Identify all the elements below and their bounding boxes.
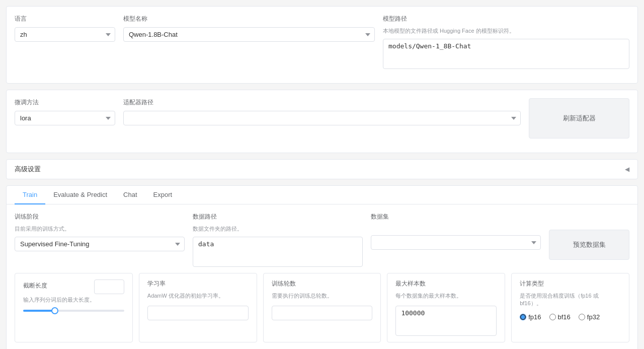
model-name-section: 模型名称 Qwen-1.8B-Chat Qwen-7B-Chat xyxy=(123,15,375,69)
data-path-section: 数据路径 数据文件夹的路径。 data xyxy=(193,213,363,267)
adapter-path-select[interactable] xyxy=(123,111,521,125)
compute-type-bf16[interactable]: bf16 xyxy=(549,313,571,321)
finetune-method-section: 微调方法 lora full xyxy=(15,98,115,125)
training-stage-hint: 目前采用的训练方式。 xyxy=(15,225,185,233)
data-path-label: 数据路径 xyxy=(193,213,363,221)
tab-evaluate-predict[interactable]: Evaluate & Predict xyxy=(45,186,115,204)
language-label: 语言 xyxy=(15,15,115,23)
compute-type-hint: 是否使用混合精度训练（fp16 或 bf16）。 xyxy=(520,292,621,307)
finetune-method-select[interactable]: lora full xyxy=(15,111,115,125)
model-name-select[interactable]: Qwen-1.8B-Chat Qwen-7B-Chat xyxy=(123,27,375,42)
cutoff-length-hint: 输入序列分词后的最大长度。 xyxy=(23,296,124,304)
compute-type-section: 计算类型 是否使用混合精度训练（fp16 或 bf16）。 fp16 bf16 … xyxy=(511,273,629,342)
compute-type-radio-group: fp16 bf16 fp32 xyxy=(520,313,621,321)
model-name-label: 模型名称 xyxy=(123,15,375,23)
max-samples-label: 最大样本数 xyxy=(395,280,497,288)
num-train-epochs-input[interactable]: 3.0 xyxy=(272,306,373,320)
dataset-label: 数据集 xyxy=(371,213,541,221)
learning-rate-input[interactable]: 5e-5 xyxy=(147,306,249,320)
training-stage-section: 训练阶段 目前采用的训练方式。 Supervised Fine-Tuning P… xyxy=(15,213,185,267)
tabs-container: Train Evaluate & Predict Chat Export 训练阶… xyxy=(6,185,638,349)
advanced-settings-header[interactable]: 高级设置 ◀ xyxy=(6,159,638,179)
training-stage-select[interactable]: Supervised Fine-Tuning Pre-Training RLHF xyxy=(15,237,185,251)
finetune-method-label: 微调方法 xyxy=(15,98,115,107)
compute-type-label: 计算类型 xyxy=(520,280,621,288)
learning-rate-label: 学习率 xyxy=(147,280,249,288)
cutoff-length-section: 截断长度 1024 输入序列分词后的最大长度。 xyxy=(15,273,133,342)
params-row-1: 截断长度 1024 输入序列分词后的最大长度。 学习率 AdamW 优化器的初始… xyxy=(15,273,629,348)
train-top-row: 训练阶段 目前采用的训练方式。 Supervised Fine-Tuning P… xyxy=(15,213,629,267)
tabs-content: 训练阶段 目前采用的训练方式。 Supervised Fine-Tuning P… xyxy=(7,204,637,349)
model-path-hint: 本地模型的文件路径或 Hugging Face 的模型标识符。 xyxy=(383,27,629,35)
dataset-section: 数据集 xyxy=(371,213,541,267)
training-stage-label: 训练阶段 xyxy=(15,213,185,221)
max-samples-input[interactable]: 100000 xyxy=(395,306,497,336)
adapter-path-label: 适配器路径 xyxy=(123,98,521,107)
learning-rate-section: 学习率 AdamW 优化器的初始学习率。 5e-5 xyxy=(139,273,257,342)
tab-train[interactable]: Train xyxy=(15,186,45,204)
num-train-epochs-section: 训练轮数 需要执行的训练总轮数。 3.0 xyxy=(263,273,381,342)
cutoff-length-slider[interactable] xyxy=(23,310,124,312)
preview-dataset-button[interactable]: 预览数据集 xyxy=(549,230,629,260)
cutoff-length-input[interactable]: 1024 xyxy=(94,280,124,294)
refresh-adapter-wrapper: 刷新适配器 xyxy=(529,98,629,138)
dataset-select[interactable] xyxy=(371,235,541,250)
data-path-input[interactable]: data xyxy=(193,237,363,267)
num-train-epochs-label: 训练轮数 xyxy=(272,280,373,288)
model-path-label: 模型路径 xyxy=(383,15,629,23)
language-section: 语言 zh en xyxy=(15,15,115,69)
max-samples-section: 最大样本数 每个数据集的最大样本数。 100000 xyxy=(387,273,505,342)
refresh-adapter-button[interactable]: 刷新适配器 xyxy=(529,98,629,138)
language-select[interactable]: zh en xyxy=(15,27,115,42)
data-path-hint: 数据文件夹的路径。 xyxy=(193,225,363,233)
compute-type-fp32[interactable]: fp32 xyxy=(579,313,600,321)
compute-type-fp16[interactable]: fp16 xyxy=(520,313,541,321)
adapter-path-section: 适配器路径 xyxy=(123,98,521,125)
preview-dataset-wrapper: 预览数据集 xyxy=(549,213,629,267)
model-path-section: 模型路径 本地模型的文件路径或 Hugging Face 的模型标识符。 mod… xyxy=(383,15,629,69)
learning-rate-hint: AdamW 优化器的初始学习率。 xyxy=(147,292,249,300)
cutoff-length-label: 截断长度 xyxy=(23,282,47,290)
model-path-input[interactable]: models/Qwen-1_8B-Chat xyxy=(383,39,629,69)
tabs-header: Train Evaluate & Predict Chat Export xyxy=(7,186,637,204)
advanced-settings-title: 高级设置 xyxy=(15,165,41,174)
advanced-settings-collapse-icon: ◀ xyxy=(625,166,629,173)
max-samples-hint: 每个数据集的最大样本数。 xyxy=(395,292,497,300)
tab-export[interactable]: Export xyxy=(145,186,181,204)
tab-chat[interactable]: Chat xyxy=(115,186,145,204)
num-train-epochs-hint: 需要执行的训练总轮数。 xyxy=(272,292,373,300)
